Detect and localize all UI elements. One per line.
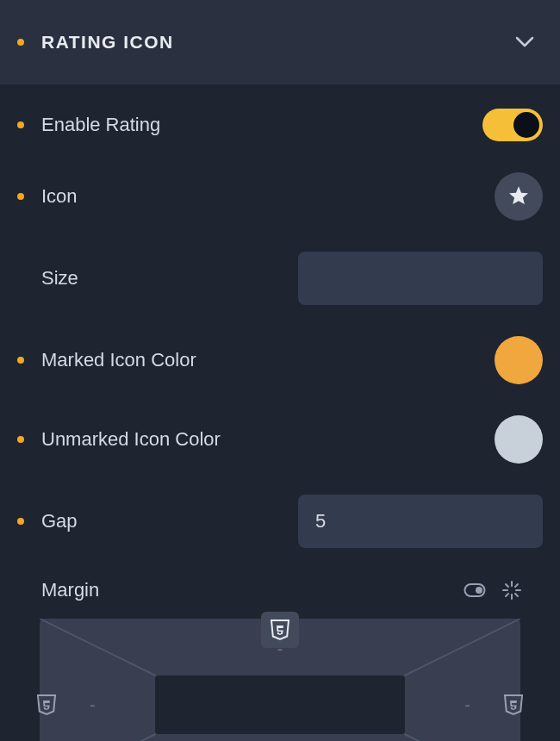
size-input-group: [298, 252, 543, 305]
margin-actions: [464, 580, 522, 601]
accent-dot: [17, 436, 24, 443]
margin-header: Margin: [17, 579, 543, 601]
size-input[interactable]: [298, 252, 543, 305]
svg-line-8: [506, 594, 508, 596]
svg-line-12: [40, 734, 155, 741]
margin-right-value[interactable]: -: [464, 695, 470, 715]
unmarked-color-swatch[interactable]: [495, 415, 543, 464]
margin-section: Margin: [0, 564, 560, 741]
svg-line-10: [40, 619, 155, 676]
marked-color-label: Marked Icon Color: [41, 349, 196, 371]
svg-line-11: [405, 619, 520, 676]
size-label: Size: [41, 267, 78, 290]
panel-title: RATING ICON: [41, 32, 174, 53]
margin-left-css3-button[interactable]: [36, 694, 57, 716]
accent-dot: [17, 518, 24, 525]
enable-rating-toggle[interactable]: [482, 109, 543, 141]
icon-picker-button[interactable]: [495, 172, 543, 221]
chevron-down-icon: [515, 36, 534, 48]
margin-right-css3-button[interactable]: [503, 694, 524, 716]
link-values-icon[interactable]: [501, 580, 522, 601]
margin-box-model[interactable]: - - - -: [40, 619, 520, 741]
unmarked-color-label: Unmarked Icon Color: [41, 428, 221, 451]
accent-dot: [17, 121, 24, 128]
gap-input-group: [298, 495, 543, 548]
row-icon: Icon: [0, 157, 560, 236]
accent-dot: [17, 193, 24, 200]
toggle-knob: [513, 112, 539, 138]
margin-left-value[interactable]: -: [90, 695, 96, 715]
svg-line-13: [405, 734, 520, 741]
margin-label: Margin: [41, 579, 99, 601]
gap-input[interactable]: [298, 495, 543, 548]
css3-shield-icon: [503, 694, 524, 716]
accent-dot: [17, 39, 24, 46]
accent-dot: [17, 357, 24, 364]
settings-panel: Enable Rating Icon Size Marked I: [0, 84, 560, 741]
svg-line-9: [515, 584, 518, 587]
star-icon: [507, 184, 531, 209]
css3-shield-icon: [36, 694, 57, 716]
row-unmarked-color: Unmarked Icon Color: [0, 400, 560, 479]
margin-top-css3-button[interactable]: [261, 612, 299, 648]
enable-rating-label: Enable Rating: [41, 114, 160, 136]
row-marked-color: Marked Icon Color: [0, 321, 560, 400]
row-gap: Gap: [0, 479, 560, 564]
marked-color-swatch[interactable]: [495, 336, 543, 384]
svg-line-6: [506, 584, 508, 587]
responsive-toggle-icon[interactable]: [464, 582, 486, 598]
box-model-inner: [155, 676, 405, 734]
svg-point-1: [476, 587, 482, 594]
css3-shield-icon: [270, 619, 290, 641]
svg-line-7: [515, 594, 518, 596]
icon-label: Icon: [41, 185, 78, 208]
gap-label: Gap: [41, 510, 78, 532]
panel-header[interactable]: RATING ICON: [0, 0, 560, 84]
row-size: Size: [0, 236, 560, 321]
row-enable-rating: Enable Rating: [0, 93, 560, 157]
